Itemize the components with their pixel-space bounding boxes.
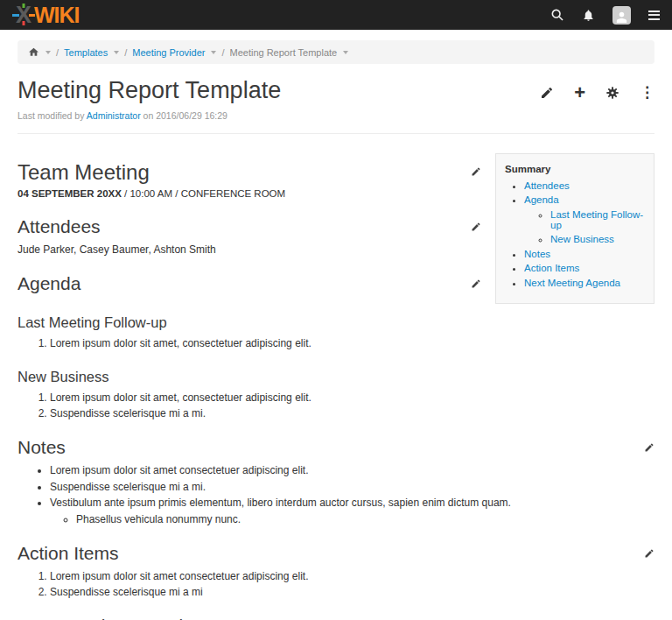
list-item: Lorem ipsum dolor sit amet, consectetuer… [50, 391, 654, 404]
summary-title: Summary [505, 164, 550, 174]
list-item: Suspendisse scelerisque mi a mi. [50, 481, 654, 493]
summary-link-notes[interactable]: Notes [524, 249, 550, 259]
section-title: Notes [18, 437, 66, 458]
summary-link-attendees[interactable]: Attendees [524, 180, 570, 191]
section-agenda-heading: Agenda [18, 273, 481, 294]
last-modified-line: Last modified by Administrator on 2016/0… [18, 110, 654, 121]
chevron-down-icon[interactable] [114, 51, 119, 54]
logo-green-dot [22, 4, 24, 8]
list-item: Last Meeting Follow-up [550, 209, 645, 230]
summary-link-action-items[interactable]: Action Items [524, 263, 579, 273]
list-item-text: Vestibulum ante ipsum primis elementum, … [50, 497, 511, 509]
summary-link-agenda[interactable]: Agenda [524, 194, 559, 205]
logo-blue-dash [12, 14, 19, 17]
user-avatar[interactable] [612, 6, 631, 25]
notes-sublist: Phasellus vehicula nonummy nunc. [50, 513, 654, 525]
chevron-down-icon[interactable] [343, 51, 348, 54]
list-item: Phasellus vehicula nonummy nunc. [76, 513, 654, 525]
avatar-image [612, 6, 631, 25]
section-attendees-heading: Attendees [18, 216, 481, 237]
section-edit-pencil-icon[interactable] [471, 166, 481, 177]
new-business-list: Lorem ipsum dolor sit amet, consectetuer… [18, 391, 654, 420]
section-action-items-heading: Action Items [18, 543, 654, 564]
header-divider [18, 133, 654, 134]
settings-gear-icon[interactable] [606, 86, 620, 100]
section-title: Next Meeting Agenda [18, 616, 193, 620]
last-meeting-follow-up-list: Lorem ipsum dolor sit amet, consectetuer… [18, 337, 654, 349]
summary-panel: Summary Attendees Agenda Last Meeting Fo… [495, 153, 654, 305]
page: X WIKI / Templates [0, 0, 672, 620]
list-item: New Business [550, 234, 645, 244]
breadcrumb-separator: / [221, 47, 224, 58]
menu-icon[interactable] [648, 11, 660, 20]
modified-prefix: Last modified by [18, 110, 84, 121]
edit-pencil-icon[interactable] [540, 86, 554, 100]
list-item: Suspendisse scelerisque mi a mi [50, 586, 654, 598]
notes-list: Lorem ipsum dolor sit amet consectetuer … [18, 464, 654, 525]
section-edit-pencil-icon[interactable] [644, 548, 654, 559]
page-header: Meeting Report Template + ⋮ [18, 78, 654, 104]
list-item: Suspendisse scelerisque mi a mi. [50, 407, 654, 419]
summary-link-new-business[interactable]: New Business [550, 234, 614, 244]
breadcrumb-item-templates[interactable]: Templates [64, 47, 108, 58]
summary-link-next-meeting-agenda[interactable]: Next Meeting Agenda [524, 278, 620, 288]
topbar-actions [550, 6, 660, 25]
list-item: Lorem ipsum dolor sit amet, consectetuer… [50, 337, 654, 349]
section-notes-heading: Notes [18, 437, 654, 458]
section-title: Team Meeting [18, 160, 150, 185]
page-title: Meeting Report Template [18, 78, 281, 104]
breadcrumb-separator: / [56, 47, 59, 58]
modified-suffix: on 2016/06/29 16:29 [144, 110, 228, 121]
more-kebab-icon[interactable]: ⋮ [640, 86, 654, 100]
section-edit-pencil-icon[interactable] [471, 222, 481, 232]
modified-user-link[interactable]: Administrator [87, 110, 141, 121]
search-icon[interactable] [550, 8, 564, 22]
add-plus-icon[interactable]: + [574, 86, 585, 100]
list-item: Action Items [524, 263, 645, 273]
summary-sublist: Last Meeting Follow-up New Business [524, 209, 645, 245]
summary-list: Attendees Agenda Last Meeting Follow-up … [505, 180, 645, 288]
breadcrumb-item-meeting-provider[interactable]: Meeting Provider [132, 47, 205, 58]
home-icon[interactable] [28, 46, 39, 58]
xwiki-logo[interactable]: X WIKI [12, 4, 80, 26]
section-title: Action Items [18, 543, 119, 564]
bell-icon[interactable] [582, 9, 595, 22]
breadcrumb: / Templates / Meeting Provider / Meeting… [18, 40, 654, 64]
section-edit-pencil-icon[interactable] [644, 442, 654, 453]
chevron-down-icon[interactable] [211, 51, 216, 54]
page-actions: + ⋮ [540, 86, 654, 100]
list-item: Lorem ipsum dolor sit amet consectetuer … [50, 570, 654, 582]
section-next-meeting-agenda-heading: Next Meeting Agenda [18, 616, 654, 620]
chevron-down-icon[interactable] [46, 51, 51, 54]
subsection-new-business-title: New Business [18, 369, 654, 385]
document-content: Summary Attendees Agenda Last Meeting Fo… [18, 150, 654, 620]
list-item: Next Meeting Agenda [524, 278, 645, 288]
breadcrumb-separator: / [124, 47, 127, 58]
breadcrumb-item-current: Meeting Report Template [229, 47, 337, 58]
list-item: Attendees [524, 180, 645, 191]
logo-red-dot [22, 21, 24, 25]
list-item: Agenda Last Meeting Follow-up New Busine… [524, 194, 645, 244]
meeting-date: 04 SEPTEMBER 20XX [18, 188, 122, 199]
section-title: Agenda [18, 273, 80, 294]
top-navbar: X WIKI [0, 0, 672, 30]
subsection-last-meeting-follow-up-title: Last Meeting Follow-up [18, 314, 654, 331]
section-title: Attendees [18, 216, 101, 237]
meeting-details: / 10:00 AM / CONFERENCE ROOM [122, 188, 285, 199]
list-item: Vestibulum ante ipsum primis elementum, … [50, 497, 654, 525]
list-item: Notes [524, 249, 645, 259]
logo-text: WIKI [34, 4, 80, 26]
summary-link-last-meeting-follow-up[interactable]: Last Meeting Follow-up [550, 209, 643, 230]
section-edit-pencil-icon[interactable] [471, 278, 481, 289]
action-items-list: Lorem ipsum dolor sit amet consectetuer … [18, 570, 654, 599]
section-team-meeting-heading: Team Meeting [18, 160, 481, 185]
list-item: Lorem ipsum dolor sit amet consectetuer … [50, 464, 654, 476]
